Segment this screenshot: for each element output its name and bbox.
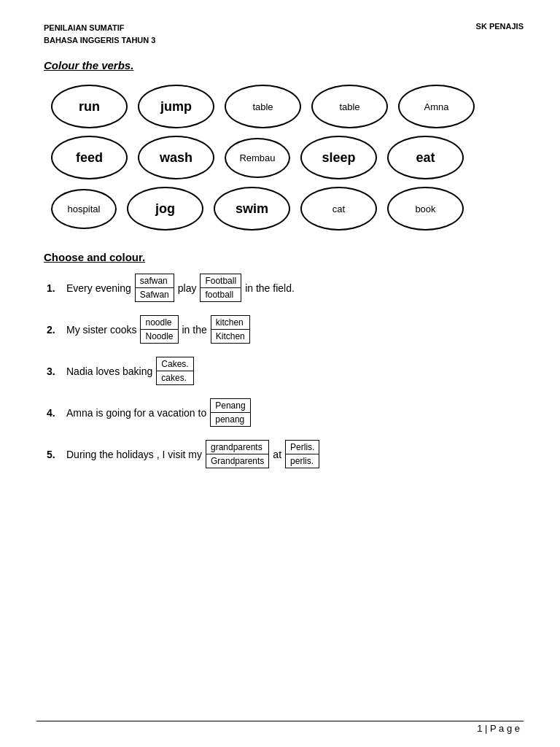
q1-text3: in the field. — [245, 282, 295, 294]
q4-box1-item-0: Penang — [211, 399, 249, 413]
q2-box1: noodleNoodle — [140, 315, 178, 344]
oval-2-0: hospital — [51, 189, 117, 229]
q1-box2-item-1: football — [201, 288, 241, 301]
oval-2-1: jog — [127, 187, 203, 231]
q-num-1: 1. — [47, 282, 63, 294]
q2-box2-item-1: Kitchen — [211, 330, 249, 343]
q3-box1-item-1: cakes. — [157, 371, 192, 384]
q3-box1-item-0: Cakes. — [157, 357, 192, 371]
q2-text2: in the — [182, 324, 207, 336]
section2-title: Choose and colour. — [44, 251, 524, 263]
q5-box1-item-1: Grandparents — [206, 454, 268, 468]
oval-2-4: book — [387, 187, 464, 231]
q-num-4: 4. — [47, 407, 63, 419]
q2-text1: My sister cooks — [66, 324, 136, 336]
question-2: 2.My sister cooks noodleNoodle in the ki… — [44, 315, 524, 344]
q4-text1: Amna is going for a vacation to — [66, 407, 206, 419]
q1-text1: Every evening — [66, 282, 131, 294]
q-line-5: 5.During the holidays , I visit my grand… — [47, 440, 319, 468]
question-1: 1.Every evening safwanSafwan play Footba… — [44, 274, 524, 302]
oval-row-0: runjumptabletableAmna — [51, 85, 516, 128]
q4-box1: Penangpenang — [210, 398, 250, 427]
oval-1-1: wash — [138, 136, 214, 179]
section1-title-bold: verbs — [101, 59, 131, 71]
ovals-section: runjumptabletableAmnafeedwashRembausleep… — [44, 85, 524, 231]
q1-text2: play — [178, 282, 197, 294]
q1-box2-item-0: Football — [201, 274, 241, 288]
q2-box2: kitchenKitchen — [211, 315, 250, 344]
q3-text1: Nadia loves baking — [66, 365, 152, 377]
q5-box1: grandparentsGrandparents — [206, 440, 269, 468]
q4-box1-item-1: penang — [211, 413, 249, 426]
oval-0-2: table — [225, 85, 301, 128]
q-line-1: 1.Every evening safwanSafwan play Footba… — [47, 274, 295, 302]
questions-section: 1.Every evening safwanSafwan play Footba… — [44, 274, 524, 468]
q-num-5: 5. — [47, 449, 63, 460]
header-right: SK PENAJIS — [476, 22, 524, 46]
oval-1-2: Rembau — [225, 138, 290, 178]
q1-box2: Footballfootball — [200, 274, 241, 302]
question-4: 4.Amna is going for a vacation to Penang… — [44, 398, 524, 427]
section1-title-plain: Colour the — [44, 59, 101, 71]
oval-1-0: feed — [51, 136, 128, 179]
oval-2-3: cat — [300, 187, 377, 231]
header-left: PENILAIAN SUMATIF BAHASA INGGERIS TAHUN … — [44, 22, 155, 46]
q-num-2: 2. — [47, 324, 63, 336]
q1-box1: safwanSafwan — [135, 274, 174, 302]
q2-box1-item-1: Noodle — [141, 330, 177, 343]
oval-2-2: swim — [214, 187, 290, 231]
q5-box2-item-1: perlis. — [286, 454, 319, 468]
q-num-3: 3. — [47, 365, 63, 377]
q5-text2: at — [273, 449, 281, 460]
q2-box1-item-0: noodle — [141, 316, 177, 330]
q-line-4: 4.Amna is going for a vacation to Penang… — [47, 398, 251, 427]
oval-0-1: jump — [138, 85, 214, 128]
oval-row-2: hospitaljogswimcatbook — [51, 187, 516, 231]
q-line-3: 3.Nadia loves baking Cakes.cakes. — [47, 357, 194, 385]
header-line2: BAHASA INGGERIS TAHUN 3 — [44, 34, 155, 47]
q5-text1: During the holidays , I visit my — [66, 449, 202, 460]
q5-box1-item-0: grandparents — [206, 441, 268, 454]
q5-box2: Perlis.perlis. — [285, 440, 319, 468]
section1-title-end: . — [131, 59, 133, 71]
header-line1: PENILAIAN SUMATIF — [44, 22, 155, 34]
footer-page: 1 | P a g e — [477, 723, 520, 734]
q1-box1-item-0: safwan — [136, 274, 174, 288]
q5-box2-item-0: Perlis. — [286, 441, 319, 454]
q1-box1-item-1: Safwan — [136, 288, 174, 301]
q-line-2: 2.My sister cooks noodleNoodle in the ki… — [47, 315, 250, 344]
question-5: 5.During the holidays , I visit my grand… — [44, 440, 524, 468]
oval-0-3: table — [311, 85, 388, 128]
q3-box1: Cakes.cakes. — [156, 357, 193, 385]
section1-title: Colour the verbs. — [44, 59, 524, 71]
q2-box2-item-0: kitchen — [211, 316, 249, 330]
oval-1-4: eat — [387, 136, 464, 179]
oval-0-0: run — [51, 85, 128, 128]
question-3: 3.Nadia loves baking Cakes.cakes. — [44, 357, 524, 385]
header: PENILAIAN SUMATIF BAHASA INGGERIS TAHUN … — [44, 22, 524, 46]
oval-row-1: feedwashRembausleepeat — [51, 136, 516, 179]
footer-line — [36, 721, 524, 721]
oval-0-4: Amna — [398, 85, 475, 128]
oval-1-3: sleep — [300, 136, 377, 179]
